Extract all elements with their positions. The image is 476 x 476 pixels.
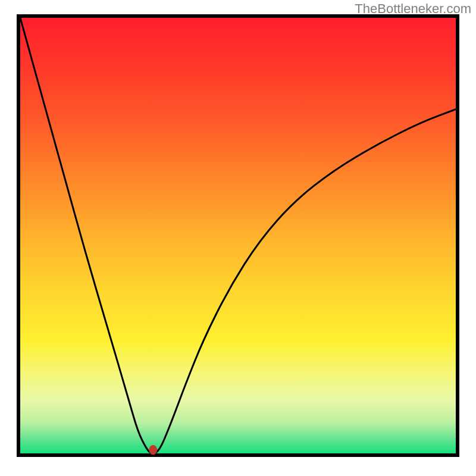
attribution-text: TheBottleneker.com [355, 1, 471, 17]
plot-background [20, 18, 456, 453]
chart-container: TheBottleneker.com [0, 0, 476, 476]
bottleneck-chart [0, 0, 476, 476]
optimal-point-marker [149, 445, 157, 455]
